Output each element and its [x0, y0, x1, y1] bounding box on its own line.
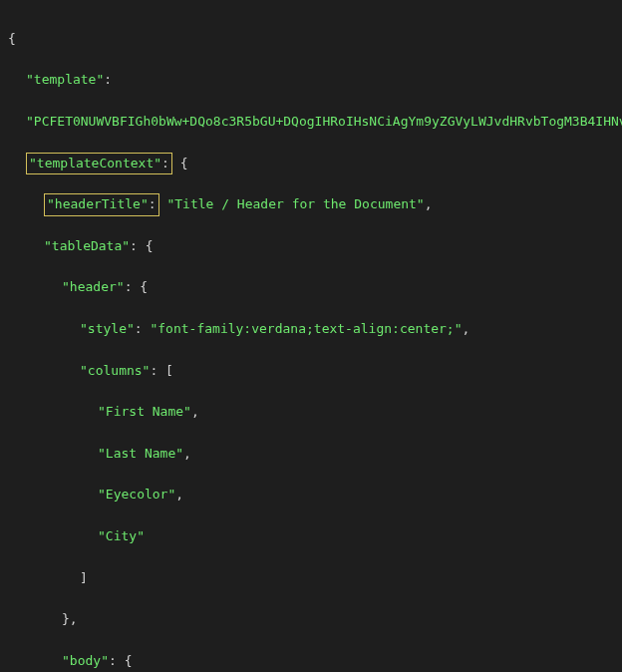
key-columns: "columns": [ — [8, 361, 614, 382]
value-template: "PCFET0NUWVBFIGh0bWw+DQo8c3R5bGU+DQogIHR… — [8, 112, 614, 133]
header-close: }, — [8, 609, 614, 630]
brace-open: { — [8, 29, 614, 50]
column-value: "Last Name", — [8, 444, 614, 465]
column-value: "City" — [8, 526, 614, 547]
key-headerTitle: "headerTitle": "Title / Header for the D… — [8, 194, 614, 215]
json-code-block: { "template": "PCFET0NUWVBFIGh0bWw+DQo8c… — [8, 8, 614, 672]
key-template: "template": — [8, 70, 614, 91]
key-style-header: "style": "font-family:verdana;text-align… — [8, 319, 614, 340]
key-body: "body": { — [8, 651, 614, 672]
key-templateContext: "templateContext": { — [8, 154, 614, 174]
key-tableData: "tableData": { — [8, 236, 614, 257]
key-header: "header": { — [8, 277, 614, 298]
column-value: "Eyecolor", — [8, 485, 614, 505]
column-value: "First Name", — [8, 402, 614, 423]
columns-close: ] — [8, 568, 614, 589]
